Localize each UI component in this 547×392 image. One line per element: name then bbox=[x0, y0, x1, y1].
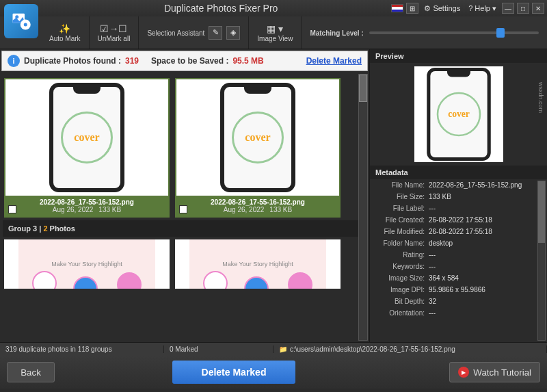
thumb-date: Aug 26, 2022 bbox=[53, 206, 94, 213]
folder-icon: 📁 bbox=[279, 345, 287, 353]
matching-level-label: Matching Level : bbox=[310, 29, 363, 37]
group-name: Group 3 bbox=[8, 224, 37, 233]
flag-icon[interactable] bbox=[391, 4, 403, 12]
thumbnail-image: cover bbox=[176, 79, 339, 196]
dup-found-count: 319 bbox=[125, 56, 139, 66]
status-path-cell: 📁c:\users\admin\desktop\2022-08-26_17-55… bbox=[274, 345, 547, 353]
matching-level: Matching Level : bbox=[302, 29, 547, 37]
scrollbar-vertical[interactable] bbox=[358, 74, 368, 341]
status-marked: 0 Marked bbox=[164, 345, 274, 353]
space-label: Space to be Saved : bbox=[151, 56, 228, 66]
info-bar: i Duplicate Photos found : 319 Space to … bbox=[1, 51, 368, 71]
meta-rating: --- bbox=[429, 251, 543, 259]
auto-mark-label: Auto Mark bbox=[49, 35, 81, 42]
unmark-icon: ☑→☐ bbox=[100, 23, 127, 34]
grid-icon[interactable]: ⊞ bbox=[406, 3, 418, 14]
statusbar: 319 duplicate photos in 118 groups 0 Mar… bbox=[0, 342, 547, 356]
meta-filename: 2022-08-26_17-55-16-152.png bbox=[429, 181, 543, 189]
right-panel: Preview cover Metadata File Name:2022-08… bbox=[369, 49, 547, 342]
preview-image: cover bbox=[414, 66, 503, 162]
status-path: c:\users\admin\desktop\2022-08-26_17-55-… bbox=[290, 345, 455, 353]
watch-label: Watch Tutorial bbox=[473, 367, 531, 378]
wreath-text: cover bbox=[74, 131, 99, 144]
thumbnail-card[interactable]: Make Your Story Highlight bbox=[4, 239, 170, 289]
play-icon: ▶ bbox=[458, 367, 469, 378]
selection-assistant: Selection Assistant ✎ ◈ bbox=[139, 16, 249, 49]
meta-bitdepth: 32 bbox=[429, 298, 543, 305]
sel-assist-btn1[interactable]: ✎ bbox=[209, 26, 222, 40]
image-view-button[interactable]: ▦ ▾ Image View bbox=[249, 16, 302, 49]
thumbnail-card[interactable]: Make Your Story Highlight bbox=[175, 239, 341, 289]
scroll-thumb[interactable] bbox=[359, 75, 367, 102]
minimize-button[interactable]: — bbox=[502, 3, 514, 14]
sel-assist-btn2[interactable]: ◈ bbox=[226, 26, 240, 40]
metadata-grid: File Name:2022-08-26_17-55-16-152.png Fi… bbox=[370, 179, 547, 342]
metadata-header: Metadata bbox=[370, 166, 547, 179]
preview-header: Preview bbox=[370, 49, 547, 63]
thumb-size: 133 KB bbox=[98, 206, 121, 213]
help-button[interactable]: ? Help ▾ bbox=[468, 4, 496, 13]
thumbnail-card[interactable]: cover 2022-08-26_17-55-16-152.png Aug 26… bbox=[175, 78, 341, 218]
group-count: 2 bbox=[43, 224, 47, 233]
unmark-all-button[interactable]: ☑→☐ UnMark all bbox=[90, 16, 139, 49]
grid-view-icon: ▦ ▾ bbox=[267, 23, 283, 34]
thumb-checkbox[interactable] bbox=[8, 205, 16, 213]
delete-marked-button[interactable]: Delete Marked bbox=[172, 361, 295, 384]
back-button[interactable]: Back bbox=[7, 362, 55, 382]
wreath-text: cover bbox=[245, 131, 270, 144]
thumb-size: 133 KB bbox=[269, 206, 292, 213]
meta-modified: 26-08-2022 17:55:18 bbox=[429, 228, 543, 235]
meta-created: 26-08-2022 17:55:18 bbox=[429, 216, 543, 224]
app-logo bbox=[4, 4, 38, 38]
app-title: Duplicate Photos Fixer Pro bbox=[51, 3, 391, 14]
thumb-filename: 2022-08-26_17-55-16-152.png bbox=[179, 198, 336, 206]
story-text: Make Your Story Highlight bbox=[222, 261, 293, 267]
meta-folder: desktop bbox=[429, 239, 543, 247]
bottombar: Back Delete Marked ▶ Watch Tutorial bbox=[0, 356, 547, 389]
auto-mark-button[interactable]: ✨ Auto Mark bbox=[41, 16, 90, 49]
scroll-thumb[interactable] bbox=[538, 181, 545, 243]
thumbnail-image: cover bbox=[5, 79, 168, 196]
slider-thumb[interactable] bbox=[496, 28, 505, 38]
thumbnails-area: cover 2022-08-26_17-55-16-152.png Aug 26… bbox=[0, 73, 369, 342]
meta-filesize: 133 KB bbox=[429, 193, 543, 200]
info-icon: i bbox=[8, 55, 20, 67]
meta-dpi: 95.9866 x 95.9866 bbox=[429, 286, 543, 293]
thumb-date: Aug 26, 2022 bbox=[224, 206, 265, 213]
left-panel: i Duplicate Photos found : 319 Space to … bbox=[0, 49, 369, 342]
maximize-button[interactable]: □ bbox=[517, 3, 529, 14]
thumb-filename: 2022-08-26_17-55-16-152.png bbox=[8, 198, 165, 206]
watch-tutorial-button[interactable]: ▶ Watch Tutorial bbox=[449, 362, 540, 382]
unmark-label: UnMark all bbox=[98, 35, 131, 42]
wand-icon: ✨ bbox=[59, 23, 70, 34]
story-text: Make Your Story Highlight bbox=[51, 261, 122, 267]
titlebar: Duplicate Photos Fixer Pro ⊞ ⚙ Settings … bbox=[0, 0, 547, 16]
meta-orientation: --- bbox=[429, 309, 543, 317]
meta-keywords: --- bbox=[429, 263, 543, 270]
delete-marked-link[interactable]: Delete Marked bbox=[306, 56, 362, 66]
svg-point-3 bbox=[24, 23, 27, 27]
dup-found-label: Duplicate Photos found : bbox=[24, 56, 121, 66]
sel-assist-label: Selection Assistant bbox=[147, 29, 204, 37]
metadata-scrollbar[interactable] bbox=[537, 181, 546, 341]
status-dup-groups: 319 duplicate photos in 118 groups bbox=[0, 345, 164, 353]
image-view-label: Image View bbox=[257, 35, 293, 42]
meta-imagesize: 364 x 584 bbox=[429, 274, 543, 282]
preview-box: cover bbox=[370, 63, 547, 166]
close-button[interactable]: ✕ bbox=[532, 3, 544, 14]
settings-button[interactable]: ⚙ Settings bbox=[424, 4, 460, 13]
group-header: Group 3 | 2 Photos bbox=[3, 220, 366, 237]
space-value: 95.5 MB bbox=[232, 56, 263, 66]
matching-level-slider[interactable] bbox=[369, 31, 539, 34]
watermark: wsxdn.com bbox=[537, 82, 544, 113]
meta-filelabel: --- bbox=[429, 205, 543, 212]
toolbar: ✨ Auto Mark ☑→☐ UnMark all Selection Ass… bbox=[0, 16, 547, 49]
thumbnail-card[interactable]: cover 2022-08-26_17-55-16-152.png Aug 26… bbox=[4, 78, 170, 218]
thumb-checkbox[interactable] bbox=[179, 205, 187, 213]
